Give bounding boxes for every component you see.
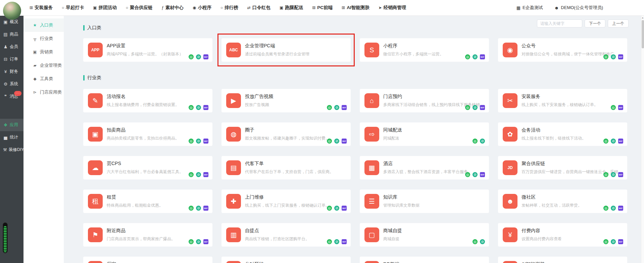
ios-badge-icon[interactable]: ⊘ (334, 139, 339, 144)
app-card[interactable]: JD 聚合供应链 百万货源供应一键进货，自营商品一键推送云仓，采销... ◎⊘W… (498, 156, 627, 179)
android-badge-icon[interactable]: ◎ (189, 54, 194, 59)
app-card-highlighted[interactable]: ABC 企业管理PC端 通过前端会员账号登录进行企业管理 (221, 38, 351, 62)
wap-badge-icon[interactable]: WAP (203, 54, 208, 59)
wap-badge-icon[interactable]: WAP (618, 172, 623, 177)
wap-badge-icon[interactable]: WAP (342, 206, 347, 211)
wap-badge-icon[interactable]: WAP (618, 105, 623, 110)
app-card[interactable]: ☻ 微社区 发帖种草，社交互动，活跃带货。 ◎⊘WAP (498, 190, 627, 213)
category-item[interactable]: ⊳门店应用类 (23, 86, 64, 99)
wap-badge-icon[interactable]: WAP (342, 139, 347, 144)
topnav-item[interactable]: ➤经销商管理 (379, 5, 406, 11)
android-badge-icon[interactable]: ◎ (189, 172, 194, 177)
app-card[interactable]: ▥ 自提点 商品线下核销，打造社区团购平台。 ◎⊘WAP (221, 223, 351, 247)
wap-badge-icon[interactable]: WAP (203, 105, 208, 110)
topnav-item[interactable]: ⊞AI智能测肤 (342, 5, 369, 11)
android-badge-icon[interactable]: ◎ (603, 206, 608, 211)
scrollbar-thumb[interactable] (642, 20, 644, 48)
topnav-item[interactable]: ▣跑腿配送 (280, 5, 303, 11)
search-next-button[interactable]: 下一个 (585, 19, 605, 28)
app-card[interactable]: APP APP设置 商城APP端，多端统一运营。（封装版本） ◎⊘WAP (83, 38, 212, 62)
topnav-item[interactable]: ○排行榜 (220, 5, 238, 11)
app-card[interactable]: 租 租赁 特殊商品租用，租期租金优惠。 ◎⊘WAP (83, 190, 212, 213)
wap-badge-icon[interactable]: WAP (480, 105, 485, 110)
category-item[interactable]: ▰企业管理类 (23, 59, 64, 72)
ios-badge-icon[interactable]: ⊘ (196, 139, 201, 144)
android-badge-icon[interactable]: ◎ (465, 172, 470, 177)
app-card[interactable]: ✚ 上门维修 线上购买，线下上门安装服务，核销确认订单。 ◎⊘WAP (221, 190, 351, 213)
topnav-item[interactable]: ○早起打卡 (62, 5, 84, 11)
app-card[interactable]: ☰ 知识库 管理知识库文章数据 (360, 190, 489, 213)
app-card[interactable]: ▶ 投放广告视频 投放广告视频 ◎⊘WAP (221, 89, 351, 112)
ios-badge-icon[interactable]: ⊘ (611, 206, 616, 211)
ios-badge-icon[interactable]: ⊘ (334, 105, 339, 110)
android-badge-icon[interactable]: ◎ (603, 54, 608, 59)
android-badge-icon[interactable]: ◎ (603, 239, 608, 244)
category-item[interactable]: ╦行业类 (23, 32, 64, 45)
app-card[interactable]: ✿ 会务活动 线上报名线下签到，链接线下活动。 ◎⊘WAP (498, 122, 627, 146)
topnav-item[interactable]: ⇄口令红包 (247, 5, 270, 11)
wap-badge-icon[interactable]: WAP (203, 172, 208, 177)
app-card[interactable]: ▣ 拍卖商品 商品拍卖模式新零售，竞拍出价得商品。 ◎⊘WAP (83, 122, 212, 146)
sidebar-item[interactable]: ♟会员 (0, 41, 23, 53)
ios-badge-icon[interactable]: ⊘ (196, 105, 201, 110)
ios-badge-icon[interactable]: ⊘ (611, 239, 616, 244)
app-card[interactable]: ▦ 酒店 多酒店入驻，整合线下酒店资源，丰富平台服务。 ◎⊘WAP (360, 156, 489, 179)
ios-badge-icon[interactable]: ⊘ (480, 239, 485, 244)
topnav-item[interactable]: ▣拼团活动 (93, 5, 116, 11)
workspace-switcher[interactable]: ▦ E企盈测试 (516, 5, 543, 11)
sidebar-item[interactable]: ❖应用 (0, 119, 23, 131)
wap-badge-icon[interactable]: WAP (203, 139, 208, 144)
app-card[interactable]: ◉ 公众号 对接微信公众号，链接商城，便于一体化管理和推广。 ◎⊘WAP (498, 38, 627, 62)
android-badge-icon[interactable]: ◎ (189, 239, 194, 244)
wap-badge-icon[interactable]: WAP (480, 172, 485, 177)
store-avatar[interactable] (3, 2, 21, 20)
wap-badge-icon[interactable]: WAP (480, 54, 485, 59)
sidebar-item[interactable]: ¥财务 (0, 65, 23, 78)
ios-badge-icon[interactable]: ⊘ (473, 54, 478, 59)
android-badge-icon[interactable]: ◎ (611, 105, 616, 110)
topnav-item[interactable]: ◉小程序 (193, 5, 211, 11)
app-card[interactable]: ✎ 活动报名 线上报名缴纳费用，付费金额营销设置。 ◎⊘WAP (83, 89, 212, 112)
sidebar-item[interactable]: ⊟订单 (0, 53, 23, 65)
android-badge-icon[interactable]: ◎ (603, 139, 608, 144)
ios-badge-icon[interactable]: ⊘ (334, 239, 339, 244)
android-badge-icon[interactable]: ◎ (473, 239, 478, 244)
ios-badge-icon[interactable]: ⊘ (196, 239, 201, 244)
ios-badge-icon[interactable]: ⊘ (334, 206, 339, 211)
app-card[interactable]: ✂ 安装服务 线上购买，线下安装服务，核销确认订单。 ◎WAP (498, 89, 627, 112)
wap-badge-icon[interactable]: WAP (203, 239, 208, 244)
search-prev-button[interactable]: 上一个 (608, 19, 629, 28)
app-card[interactable]: S 小程序 微信官方小程序，多端统一运营。 ◎⊘WAP (360, 38, 489, 62)
vertical-scrollbar[interactable]: ▲ (641, 16, 644, 263)
app-card[interactable]: ▤ 代客下单 代替客户在后台下单，支持自营，门店，供应商。 (221, 156, 351, 179)
android-badge-icon[interactable]: ◎ (465, 54, 470, 59)
wap-badge-icon[interactable]: WAP (618, 54, 623, 59)
category-item[interactable]: ★入口类 (23, 18, 64, 32)
app-card[interactable]: ¥ 付费内容 设置商品付费内容查看 ◎⊘WAP (498, 223, 627, 247)
app-card[interactable]: AI AI智能测肤 (498, 257, 627, 263)
android-badge-icon[interactable]: ◎ (327, 139, 332, 144)
app-card[interactable]: ⇨ 同城配送 同城配送 ◎⊘ (360, 122, 489, 146)
topnav-item[interactable]: ⊞PC前端 (312, 5, 333, 11)
wap-badge-icon[interactable]: WAP (618, 239, 623, 244)
wap-badge-icon[interactable]: WAP (203, 206, 208, 211)
app-card[interactable]: ☁ 芸CPS 六大平台红包福利，平台必备高返佣工具。 ◎⊘WAP (83, 156, 212, 179)
ios-badge-icon[interactable]: ⊘ (611, 172, 616, 177)
android-badge-icon[interactable]: ◎ (189, 139, 194, 144)
sidebar-item[interactable]: ⚒装修DIY (0, 144, 23, 156)
android-badge-icon[interactable]: ◎ (465, 105, 470, 110)
wap-badge-icon[interactable]: WAP (618, 139, 623, 144)
scroll-up-arrow[interactable]: ▲ (641, 16, 644, 20)
android-badge-icon[interactable]: ◎ (603, 172, 608, 177)
category-item[interactable]: ◆工具类 (23, 72, 64, 86)
ios-badge-icon[interactable]: ⊘ (611, 139, 616, 144)
ios-badge-icon[interactable]: ⊘ (473, 172, 478, 177)
wap-badge-icon[interactable]: WAP (618, 206, 623, 211)
topnav-item[interactable]: ⊞安装服务 (30, 5, 53, 11)
category-item[interactable]: ▣营销类 (23, 45, 64, 59)
ios-badge-icon[interactable]: ⊘ (196, 172, 201, 177)
app-card[interactable]: ⚑ 附近商品 门店商品首页展示，帮商家推广爆品。 ◎⊘WAP (83, 223, 212, 247)
android-badge-icon[interactable]: ◎ (327, 206, 332, 211)
ios-badge-icon[interactable]: ⊘ (473, 105, 478, 110)
wap-badge-icon[interactable]: WAP (342, 105, 347, 110)
